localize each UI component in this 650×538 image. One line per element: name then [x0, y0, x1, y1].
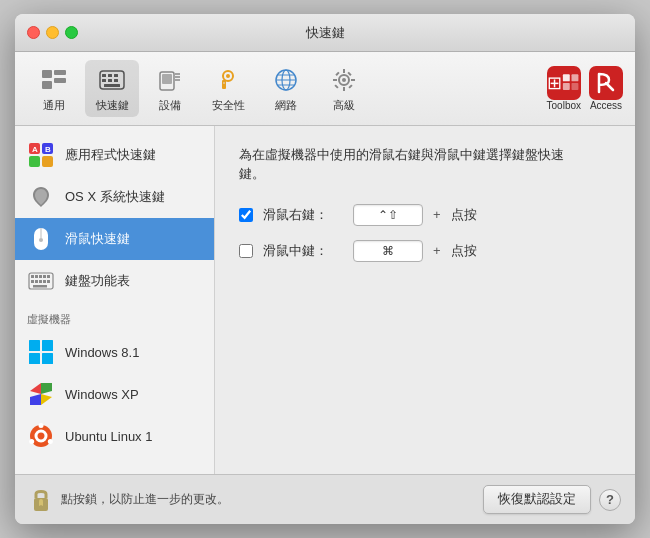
svg-rect-2 [42, 81, 52, 89]
right-click-key[interactable]: ⌃⇧ [353, 204, 423, 226]
devices-icon [154, 64, 186, 96]
sidebar: A B 應用程式快速鍵 OS X 系統快速鍵 [15, 126, 215, 474]
svg-point-69 [48, 439, 53, 444]
win81-icon [27, 338, 55, 366]
toolbar-item-devices[interactable]: 設備 [143, 60, 197, 117]
svg-rect-58 [43, 280, 46, 283]
svg-rect-36 [563, 74, 570, 81]
shortcut-row-right-click: 滑鼠右鍵： ⌃⇧ + 点按 [239, 204, 611, 226]
svg-rect-61 [29, 340, 40, 351]
sidebar-item-mouse-shortcuts[interactable]: 滑鼠快速鍵 [15, 218, 214, 260]
help-button[interactable]: ? [599, 489, 621, 511]
svg-rect-63 [29, 353, 40, 364]
toolbar-items: 通用 快速鍵 [27, 60, 371, 117]
sidebar-item-winxp[interactable]: Windows XP [15, 373, 214, 415]
sidebar-section-vms: 虛擬機器 [15, 302, 214, 331]
shortcuts-icon [96, 64, 128, 96]
minimize-button[interactable] [46, 26, 59, 39]
window-title: 快速鍵 [306, 24, 345, 42]
toolbar-item-advanced[interactable]: 高級 [317, 60, 371, 117]
bottom-right-controls: 恢復默認設定 ? [483, 485, 621, 514]
osx-shortcuts-label: OS X 系統快速鍵 [65, 188, 165, 206]
svg-rect-55 [31, 280, 34, 283]
content-description: 為在虛擬機器中使用的滑鼠右鍵與滑鼠中鍵選擇鍵盤快速鍵。 [239, 146, 579, 184]
middle-click-label: 滑鼠中鍵： [263, 242, 343, 260]
svg-rect-42 [29, 156, 40, 167]
main-window: 快速鍵 通用 [15, 14, 635, 524]
toolbox-button[interactable]: Toolbox [547, 66, 581, 111]
sidebar-item-win81[interactable]: Windows 8.1 [15, 331, 214, 373]
ubuntu-icon [27, 422, 55, 450]
svg-rect-10 [114, 79, 118, 82]
sidebar-item-app-shortcuts[interactable]: A B 應用程式快速鍵 [15, 134, 214, 176]
toolbar-item-network[interactable]: 網路 [259, 60, 313, 117]
svg-rect-53 [43, 275, 46, 278]
svg-rect-7 [114, 74, 118, 77]
toolbar-item-security[interactable]: 安全性 [201, 60, 255, 117]
advanced-label: 高級 [333, 98, 355, 113]
middle-click-plus: + [433, 243, 441, 258]
sidebar-item-keyboard-viewer[interactable]: 鍵盤功能表 [15, 260, 214, 302]
svg-rect-39 [571, 83, 578, 90]
network-icon [270, 64, 302, 96]
svg-rect-33 [348, 84, 352, 88]
general-icon [38, 64, 70, 96]
svg-rect-30 [333, 79, 337, 81]
mouse-shortcuts-icon [27, 225, 55, 253]
access-button[interactable]: Access [589, 66, 623, 111]
svg-point-18 [226, 74, 230, 78]
svg-rect-50 [31, 275, 34, 278]
right-click-plus: + [433, 207, 441, 222]
right-click-label: 滑鼠右鍵： [263, 206, 343, 224]
network-label: 網路 [275, 98, 297, 113]
svg-rect-35 [334, 84, 338, 88]
osx-shortcuts-icon [27, 183, 55, 211]
shortcut-row-middle-click: 滑鼠中鍵： ⌘ + 点按 [239, 240, 611, 262]
svg-rect-59 [47, 280, 50, 283]
svg-rect-54 [47, 275, 50, 278]
toolbar-item-shortcuts[interactable]: 快速鍵 [85, 60, 139, 117]
win81-label: Windows 8.1 [65, 345, 139, 360]
lock-icon[interactable] [29, 486, 53, 514]
shortcuts-label: 快速鍵 [96, 98, 129, 113]
svg-rect-56 [35, 280, 38, 283]
toolbox-label: Toolbox [547, 100, 581, 111]
svg-rect-32 [335, 72, 339, 76]
svg-rect-37 [571, 74, 578, 81]
app-shortcuts-label: 應用程式快速鍵 [65, 146, 156, 164]
bottom-bar: 點按鎖，以防止進一步的更改。 恢復默認設定 ? [15, 474, 635, 524]
sidebar-item-osx-shortcuts[interactable]: OS X 系統快速鍵 [15, 176, 214, 218]
svg-rect-38 [563, 83, 570, 90]
mouse-shortcuts-label: 滑鼠快速鍵 [65, 230, 130, 248]
svg-rect-6 [108, 74, 112, 77]
svg-point-65 [30, 425, 52, 447]
middle-click-checkbox[interactable] [239, 244, 253, 258]
toolbar: 通用 快速鍵 [15, 52, 635, 126]
security-label: 安全性 [212, 98, 245, 113]
lock-area: 點按鎖，以防止進一步的更改。 [29, 486, 229, 514]
maximize-button[interactable] [65, 26, 78, 39]
devices-label: 設備 [159, 98, 181, 113]
svg-rect-64 [42, 353, 53, 364]
toolbar-item-general[interactable]: 通用 [27, 60, 81, 117]
restore-defaults-button[interactable]: 恢復默認設定 [483, 485, 591, 514]
svg-rect-43 [42, 156, 53, 167]
svg-rect-9 [108, 79, 112, 82]
svg-rect-19 [222, 80, 226, 89]
close-button[interactable] [27, 26, 40, 39]
sidebar-item-ubuntu[interactable]: Ubuntu Linux 1 [15, 415, 214, 457]
traffic-lights [27, 26, 78, 39]
right-click-checkbox[interactable] [239, 208, 253, 222]
svg-rect-3 [54, 78, 66, 83]
svg-point-72 [39, 499, 43, 503]
security-icon [212, 64, 244, 96]
svg-rect-31 [351, 79, 355, 81]
svg-point-68 [29, 439, 34, 444]
middle-click-key-text: ⌘ [382, 244, 394, 258]
svg-rect-11 [104, 84, 120, 87]
right-click-key-text: ⌃⇧ [378, 208, 398, 222]
middle-click-key[interactable]: ⌘ [353, 240, 423, 262]
general-label: 通用 [43, 98, 65, 113]
svg-rect-8 [102, 79, 106, 82]
svg-rect-60 [33, 285, 47, 288]
